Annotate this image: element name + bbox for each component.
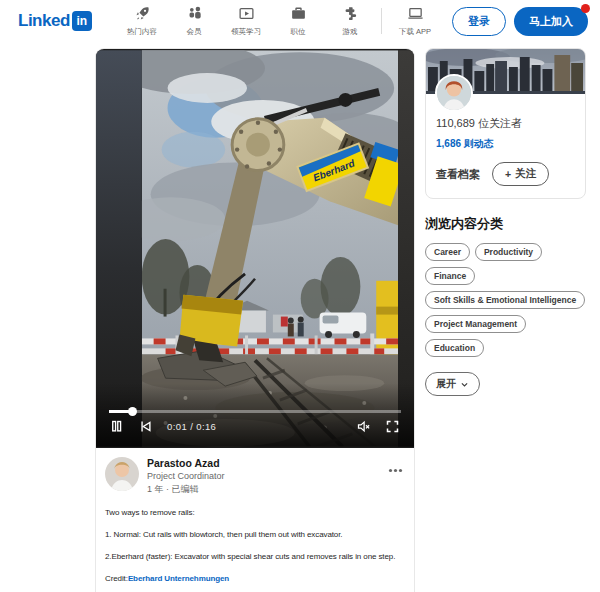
categories-title: 浏览内容分类 [425, 215, 586, 233]
nav-item-label: 职位 [291, 27, 306, 37]
skip-start-button[interactable] [138, 418, 154, 434]
video-progress-bar[interactable] [109, 410, 401, 413]
primary-nav: 热门内容会员领英学习职位游戏 [119, 5, 373, 37]
category-tag[interactable]: Project Management [425, 315, 526, 333]
puzzle-icon [342, 5, 359, 26]
credit-prefix: Credit: [105, 574, 128, 583]
credit-link[interactable]: Eberhard Unternehmungen [128, 574, 229, 583]
header-divider [381, 8, 382, 34]
linkedin-logo-text: Linked [18, 11, 70, 31]
category-tag[interactable]: Finance [425, 267, 475, 285]
laptop-icon [407, 5, 424, 26]
expand-button[interactable]: 展开 [425, 372, 480, 396]
follow-label: 关注 [515, 167, 536, 181]
category-tag[interactable]: Productivity [475, 243, 542, 261]
nav-item-people[interactable]: 会员 [171, 5, 217, 37]
content-categories-section: 浏览内容分类 CareerProductivityFinanceSoft Ski… [425, 215, 586, 396]
linkedin-in-icon: in [72, 11, 92, 31]
view-profile-link[interactable]: 查看档案 [436, 167, 480, 182]
progress-knob[interactable] [128, 407, 137, 416]
sign-in-button[interactable]: 登录 [452, 7, 506, 36]
right-sidebar: 110,689 位关注者 1,686 则动态 查看档案 + 关注 浏览内容分类 … [425, 48, 586, 396]
profile-summary-card: 110,689 位关注者 1,686 则动态 查看档案 + 关注 [425, 48, 586, 199]
learning-icon [238, 5, 255, 26]
video-player[interactable]: Eberhard [96, 49, 414, 448]
post-overflow-menu[interactable] [386, 457, 405, 479]
category-tag[interactable]: Education [425, 339, 484, 357]
post-text-line: 2.Eberhard (faster): Excavator with spec… [105, 552, 405, 561]
notification-dot [581, 4, 590, 13]
rocket-icon [134, 5, 151, 26]
download-app-button[interactable]: 下载 APP [392, 5, 438, 37]
video-frame: Eberhard [96, 49, 414, 448]
follower-count: 110,689 位关注者 [436, 116, 575, 131]
nav-item-jobs[interactable]: 职位 [275, 5, 321, 37]
category-tag[interactable]: Soft Skills & Emotional Intelligence [425, 291, 585, 309]
post-text: Two ways to remove rails:1. Normal: Cut … [96, 500, 414, 592]
linkedin-logo[interactable]: Linked in [18, 11, 92, 31]
author-headline: Project Coordinator [147, 471, 386, 481]
post-text-line: Two ways to remove rails: [105, 508, 405, 517]
nav-item-label: 领英学习 [231, 27, 261, 37]
expand-label: 展开 [436, 377, 456, 391]
briefcase-icon [290, 5, 307, 26]
nav-item-label: 会员 [187, 27, 202, 37]
nav-item-learning[interactable]: 领英学习 [223, 5, 269, 37]
follow-button[interactable]: + 关注 [492, 162, 549, 186]
feed-post-card: Eberhard [95, 48, 415, 592]
top-nav-bar: Linked in 热门内容会员领英学习职位游戏 下载 APP 登录 马上加入 [0, 0, 600, 42]
profile-avatar[interactable] [435, 74, 473, 112]
author-avatar[interactable] [105, 457, 139, 491]
join-now-label: 马上加入 [529, 15, 573, 27]
author-name[interactable]: Parastoo Azad [147, 457, 386, 469]
download-app-label: 下载 APP [399, 27, 431, 37]
nav-item-games[interactable]: 游戏 [327, 5, 373, 37]
category-tag[interactable]: Career [425, 243, 470, 261]
people-icon [186, 5, 203, 26]
plus-icon: + [505, 168, 511, 180]
post-author-row: Parastoo Azad Project Coordinator 1 年 · … [96, 448, 414, 500]
category-tag-list: CareerProductivityFinanceSoft Skills & E… [425, 243, 586, 357]
join-now-button[interactable]: 马上加入 [514, 7, 588, 36]
post-timestamp: 1 年 · 已编辑 [147, 483, 386, 496]
mute-icon[interactable] [356, 418, 372, 434]
chevron-down-icon [460, 380, 469, 389]
pause-button[interactable] [109, 418, 125, 434]
fullscreen-button[interactable] [385, 418, 401, 434]
updates-link[interactable]: 1,686 则动态 [436, 137, 575, 151]
video-controls: 0:01 / 0:16 [96, 404, 414, 448]
video-time-display: 0:01 / 0:16 [167, 421, 216, 432]
nav-item-label: 游戏 [343, 27, 358, 37]
nav-item-label: 热门内容 [127, 27, 157, 37]
post-text-line: 1. Normal: Cut rails with blowtorch, the… [105, 530, 405, 539]
post-lines: Two ways to remove rails:1. Normal: Cut … [105, 508, 405, 561]
nav-item-trending[interactable]: 热门内容 [119, 5, 165, 37]
